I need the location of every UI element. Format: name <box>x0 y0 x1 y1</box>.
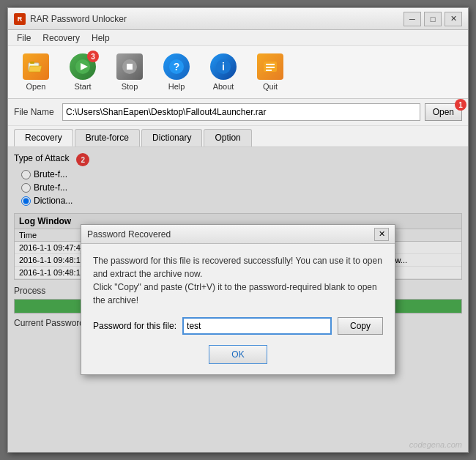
quit-icon <box>257 53 283 80</box>
about-label: About <box>213 82 234 91</box>
svg-text:?: ? <box>174 61 180 73</box>
stop-label: Stop <box>122 82 138 91</box>
file-section: File Name Open 1 <box>8 99 468 126</box>
about-icon: i <box>210 53 237 80</box>
minimize-button[interactable]: ─ <box>404 12 421 26</box>
title-bar: R RAR Password Unlocker ─ □ ✕ <box>8 8 468 30</box>
menu-bar: File Recovery Help <box>8 30 468 46</box>
window-controls: ─ □ ✕ <box>404 12 462 26</box>
tab-option[interactable]: Option <box>204 129 251 146</box>
tab-dictionary[interactable]: Dictionary <box>141 129 202 146</box>
main-content: Type of Attack 2 Brute-f... Brute-f... D… <box>8 147 468 452</box>
open-badge: 1 <box>455 99 466 111</box>
close-button[interactable]: ✕ <box>445 12 462 26</box>
toolbar-open-button[interactable]: Open <box>14 50 58 95</box>
dialog-message: The password for this file is recovered … <box>93 254 383 307</box>
dialog-field-row: Password for this file: Copy <box>93 317 383 335</box>
dialog-body: The password for this file is recovered … <box>81 244 395 374</box>
dialog-field-label: Password for this file: <box>93 321 176 331</box>
dialog-title: Password Recovered <box>87 229 374 240</box>
open-icon <box>23 53 49 80</box>
file-name-input[interactable] <box>62 103 420 121</box>
menu-help[interactable]: Help <box>86 31 116 45</box>
start-label: Start <box>74 82 91 91</box>
svg-rect-1 <box>30 62 34 64</box>
open-button-wrapper: Open 1 <box>425 103 462 121</box>
help-icon: ? <box>163 53 190 80</box>
svg-rect-5 <box>127 64 133 70</box>
dialog-message-line1: The password for this file is recovered … <box>93 256 382 279</box>
dialog-close-button[interactable]: ✕ <box>374 228 389 241</box>
dialog-ok-button[interactable]: OK <box>209 345 267 364</box>
open-label: Open <box>26 82 46 91</box>
svg-text:i: i <box>222 61 225 73</box>
maximize-button[interactable]: □ <box>424 12 442 26</box>
file-name-label: File Name <box>14 107 58 117</box>
toolbar: Open 3 Start Stop <box>8 46 468 99</box>
help-label: Help <box>168 82 185 91</box>
dialog-message-line2: Click "Copy" and paste (Ctrl+V) it to th… <box>93 282 377 305</box>
dialog-password-input[interactable] <box>182 317 332 335</box>
quit-label: Quit <box>263 82 278 91</box>
stop-icon <box>116 53 143 80</box>
start-badge: 3 <box>87 51 99 62</box>
dialog-overlay: Password Recovered ✕ The password for th… <box>8 147 468 452</box>
dialog-copy-button[interactable]: Copy <box>338 317 383 335</box>
toolbar-start-button[interactable]: 3 Start <box>61 50 105 95</box>
tab-brute-force[interactable]: Brute-force <box>75 129 140 146</box>
start-icon: 3 <box>70 53 96 80</box>
app-icon: R <box>14 13 26 25</box>
toolbar-help-button[interactable]: ? Help <box>155 50 198 95</box>
tab-bar: Recovery Brute-force Dictionary Option <box>8 126 468 147</box>
main-window: R RAR Password Unlocker ─ □ ✕ File Recov… <box>7 7 469 453</box>
toolbar-quit-button[interactable]: Quit <box>248 50 292 95</box>
toolbar-about-button[interactable]: i About <box>201 50 245 95</box>
menu-file[interactable]: File <box>11 31 37 45</box>
toolbar-stop-button[interactable]: Stop <box>108 50 152 95</box>
window-title: RAR Password Unlocker <box>30 14 404 24</box>
menu-recovery[interactable]: Recovery <box>37 31 86 45</box>
tab-recovery[interactable]: Recovery <box>14 129 73 146</box>
svg-rect-11 <box>266 64 275 65</box>
dialog-title-bar: Password Recovered ✕ <box>81 225 395 244</box>
password-recovered-dialog: Password Recovered ✕ The password for th… <box>81 224 395 375</box>
svg-rect-13 <box>266 70 272 71</box>
svg-rect-12 <box>266 67 275 68</box>
